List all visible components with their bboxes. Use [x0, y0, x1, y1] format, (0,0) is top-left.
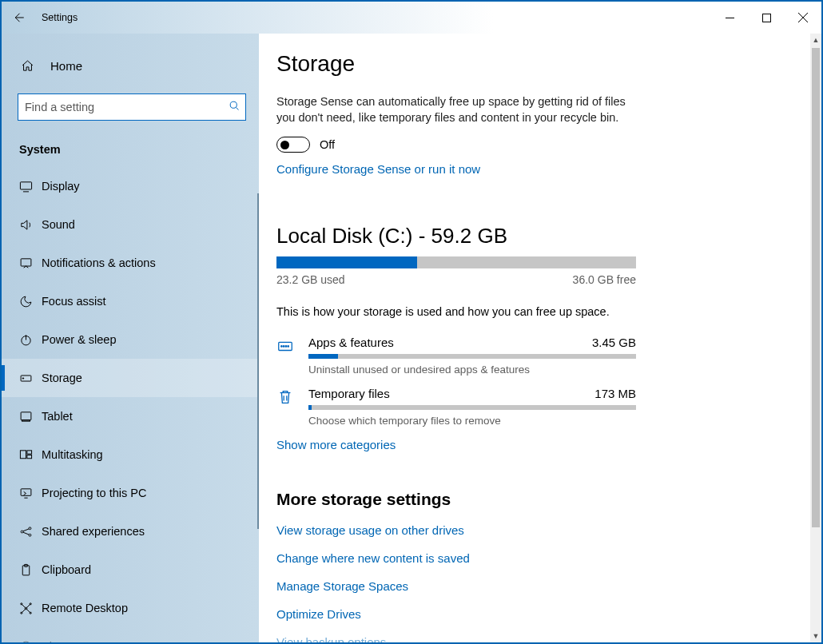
sidebar-item-tablet[interactable]: Tablet — [2, 397, 259, 435]
sidebar-item-about[interactable]: About — [2, 627, 259, 642]
svg-point-38 — [283, 346, 284, 347]
svg-rect-17 — [27, 455, 32, 458]
back-button[interactable] — [2, 2, 35, 34]
storage-sense-description: Storage Sense can automatically free up … — [276, 94, 636, 125]
main-scrollbar[interactable]: ▲ ▼ — [810, 34, 821, 642]
link-storage-other-drives[interactable]: View storage usage on other drives — [276, 523, 789, 537]
main-content: Storage Storage Sense can automatically … — [259, 34, 821, 642]
link-view-backup-options[interactable]: View backup options — [276, 635, 789, 642]
category-size: 3.45 GB — [592, 336, 636, 349]
category-subtitle: Choose which temporary files to remove — [308, 415, 636, 427]
category-apps-features[interactable]: Apps & features 3.45 GB Uninstall unused… — [276, 336, 636, 376]
title-bar: Settings — [2, 2, 821, 34]
home-label: Home — [50, 59, 82, 73]
disk-usage-bar — [276, 256, 636, 268]
sidebar-item-label: Display — [42, 180, 80, 193]
svg-point-31 — [21, 612, 22, 614]
sidebar-item-label: Remote Desktop — [42, 602, 128, 614]
show-more-categories-link[interactable]: Show more categories — [276, 438, 789, 451]
link-change-new-content[interactable]: Change where new content is saved — [276, 551, 789, 565]
minimize-button[interactable] — [711, 2, 748, 34]
sidebar-item-display[interactable]: Display — [2, 167, 259, 205]
shared-experiences-icon — [19, 525, 42, 539]
svg-line-5 — [236, 107, 238, 109]
display-icon — [19, 180, 42, 193]
maximize-button[interactable] — [748, 2, 785, 34]
svg-rect-15 — [20, 450, 26, 458]
svg-point-39 — [285, 346, 286, 347]
sidebar-item-power-sleep[interactable]: Power & sleep — [2, 320, 259, 359]
sidebar-item-shared-experiences[interactable]: Shared experiences — [2, 512, 259, 551]
sidebar-item-label: Sound — [42, 218, 75, 231]
link-optimize-drives[interactable]: Optimize Drives — [276, 607, 789, 621]
svg-rect-1 — [762, 14, 770, 22]
multitasking-icon — [19, 448, 42, 462]
storage-sense-toggle[interactable] — [276, 137, 310, 153]
svg-rect-13 — [21, 411, 31, 419]
svg-rect-18 — [21, 488, 31, 495]
disk-title: Local Disk (C:) - 59.2 GB — [276, 224, 789, 248]
svg-point-32 — [30, 612, 31, 614]
sidebar-item-label: Notifications & actions — [42, 256, 156, 269]
sound-icon — [19, 218, 42, 232]
svg-rect-14 — [22, 419, 30, 420]
configure-storage-sense-link[interactable]: Configure Storage Sense or run it now — [276, 162, 789, 176]
storage-sense-state: Off — [320, 138, 335, 151]
apps-features-icon — [276, 336, 308, 376]
sidebar-item-label: Clipboard — [42, 563, 91, 576]
search-input[interactable] — [25, 101, 229, 113]
scroll-down-arrow[interactable]: ▼ — [810, 630, 821, 642]
home-icon — [21, 59, 34, 73]
disk-usage-description: This is how your storage is used and how… — [276, 305, 789, 318]
sidebar-item-label: Power & sleep — [42, 333, 117, 346]
svg-point-12 — [22, 377, 23, 378]
svg-line-22 — [23, 528, 29, 531]
search-box[interactable] — [18, 93, 246, 121]
category-temporary-files[interactable]: Temporary files 173 MB Choose which temp… — [276, 387, 636, 427]
window-title: Settings — [42, 12, 78, 23]
svg-point-29 — [21, 602, 22, 604]
category-name: Apps & features — [308, 336, 394, 349]
clipboard-icon — [19, 563, 42, 577]
window-controls — [711, 2, 821, 34]
temporary-files-icon — [276, 387, 308, 427]
svg-point-37 — [281, 346, 282, 347]
home-nav[interactable]: Home — [2, 50, 259, 82]
svg-point-4 — [230, 101, 237, 108]
svg-point-20 — [29, 527, 31, 529]
sidebar-item-multitasking[interactable]: Multitasking — [2, 435, 259, 474]
section-heading-system: System — [2, 137, 259, 167]
tablet-icon — [19, 410, 42, 423]
link-manage-storage-spaces[interactable]: Manage Storage Spaces — [276, 579, 789, 593]
page-title: Storage — [276, 51, 789, 77]
sidebar-item-sound[interactable]: Sound — [2, 205, 259, 244]
more-storage-settings-title: More storage settings — [276, 490, 789, 509]
sidebar-item-clipboard[interactable]: Clipboard — [2, 551, 259, 589]
svg-line-23 — [23, 532, 29, 535]
sidebar-item-label: Shared experiences — [42, 525, 145, 538]
scrollbar-thumb[interactable] — [812, 48, 820, 527]
category-bar — [308, 405, 636, 410]
scroll-up-arrow[interactable]: ▲ — [810, 34, 821, 46]
sidebar-item-label: Projecting to this PC — [42, 487, 146, 499]
sidebar-item-storage[interactable]: Storage — [2, 359, 259, 397]
sidebar-item-remote-desktop[interactable]: Remote Desktop — [2, 589, 259, 627]
sidebar-item-notifications[interactable]: Notifications & actions — [2, 244, 259, 282]
svg-point-30 — [30, 602, 31, 604]
focus-assist-icon — [19, 295, 42, 308]
sidebar-item-focus-assist[interactable]: Focus assist — [2, 282, 259, 320]
sidebar-item-label: Multitasking — [42, 448, 103, 461]
remote-desktop-icon — [19, 602, 42, 615]
category-bar — [308, 354, 636, 359]
sidebar-item-projecting[interactable]: Projecting to this PC — [2, 474, 259, 512]
sidebar-item-label: Tablet — [42, 410, 73, 423]
svg-rect-8 — [21, 258, 31, 265]
sidebar: Home System Display Sound Notifications … — [2, 34, 259, 642]
svg-rect-6 — [20, 181, 31, 189]
close-button[interactable] — [785, 2, 821, 34]
svg-rect-16 — [27, 450, 32, 453]
projecting-icon — [19, 487, 42, 500]
category-size: 173 MB — [594, 387, 636, 400]
category-name: Temporary files — [308, 387, 390, 400]
storage-icon — [19, 372, 42, 385]
